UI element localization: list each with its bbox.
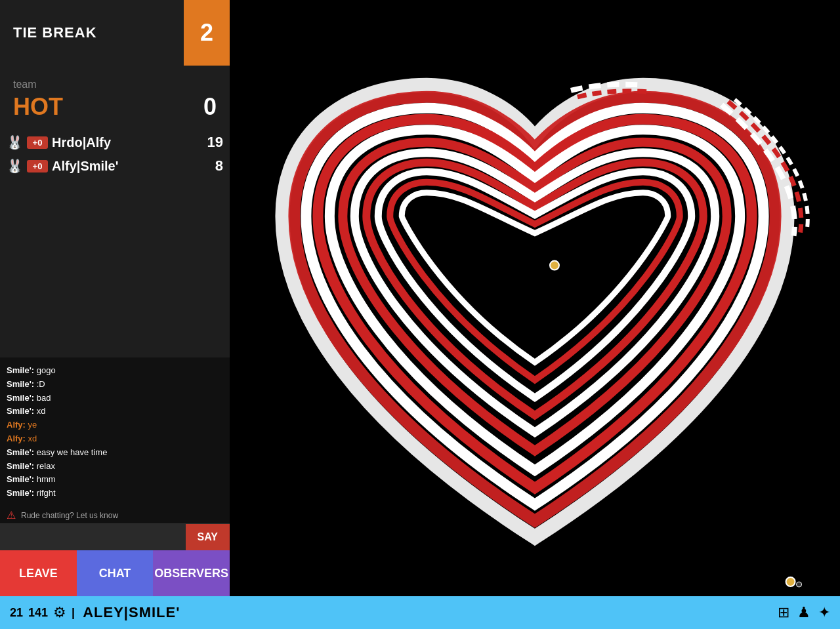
chat-message: Smile': bad — [7, 392, 223, 405]
chat-messages: Smile': gogoSmile': :DSmile': badSmile':… — [7, 364, 223, 504]
player-name-1: Hrdo|Alfy — [52, 135, 193, 150]
say-button[interactable]: SAY — [186, 524, 230, 550]
chat-reporter[interactable]: ⚠ Rude chatting? Let us know — [7, 509, 223, 521]
svg-point-2 — [786, 577, 795, 586]
alert-icon: ⚠ — [7, 509, 16, 521]
status-num2: 141 — [28, 606, 48, 620]
chat-message: Alfy: xd — [7, 432, 223, 446]
chat-message: Alfy: ye — [7, 418, 223, 432]
status-bar: 21 141 ⚙ | ALEY|SMILE' ⊞ ♟ ✦ — [0, 596, 840, 629]
team-score: 0 — [203, 93, 217, 121]
game-area — [230, 0, 840, 596]
chat-message: Smile': rifght — [7, 487, 223, 500]
team-row: HOT 0 — [13, 93, 217, 121]
status-right: ⊞ ♟ ✦ — [778, 604, 830, 621]
player-points-1: 19 — [197, 134, 223, 151]
player-badge-2: +0 — [27, 160, 48, 172]
rabbit-icon-1: 🐰 — [7, 134, 23, 150]
players-section: 🐰 +0 Hrdo|Alfy 19 🐰 +0 Alfy|Smile' 8 — [0, 127, 230, 188]
chat-message: Smile': big corner — [7, 500, 223, 504]
chat-message: Smile': relax — [7, 460, 223, 474]
player-badge-1: +0 — [27, 136, 48, 149]
chat-input-area: SAY — [0, 523, 230, 550]
status-separator: | — [72, 606, 75, 620]
report-text: Rude chatting? Let us know — [21, 511, 118, 520]
chat-input[interactable] — [0, 524, 186, 550]
player-points-2: 8 — [197, 157, 223, 174]
status-num1: 21 — [10, 606, 23, 620]
observers-button[interactable]: OBSERVERS — [153, 550, 230, 596]
player-icon: ♟ — [797, 604, 810, 621]
rabbit-icon-2: 🐰 — [7, 158, 23, 174]
svg-point-3 — [797, 582, 802, 587]
chat-message: Smile': :D — [7, 378, 223, 392]
tie-break-label: TIE BREAK — [13, 24, 97, 41]
status-player-name: ALEY|SMILE' — [83, 604, 180, 621]
player-row-1: 🐰 +0 Hrdo|Alfy 19 — [7, 134, 223, 151]
chat-message: Smile': hmm — [7, 473, 223, 487]
svg-point-1 — [550, 261, 559, 270]
player-row-2: 🐰 +0 Alfy|Smile' 8 — [7, 157, 223, 174]
team-name: HOT — [13, 93, 63, 121]
chat-message: Smile': xd — [7, 405, 223, 418]
player-name-2: Alfy|Smile' — [52, 159, 193, 174]
bottom-buttons: LEAVE CHAT OBSERVERS — [0, 550, 230, 596]
game-canvas — [230, 0, 840, 596]
status-dot-icon: ⚙ — [53, 604, 66, 621]
chat-button[interactable]: CHAT — [77, 550, 154, 596]
round-badge: 2 — [184, 0, 230, 66]
header-bar: TIE BREAK 2 — [0, 0, 230, 66]
leave-button[interactable]: LEAVE — [0, 550, 77, 596]
chat-message: Smile': gogo — [7, 364, 223, 378]
chat-section: Smile': gogoSmile': :DSmile': badSmile':… — [0, 357, 230, 528]
grid-icon: ⊞ — [778, 604, 789, 621]
star-icon: ✦ — [818, 604, 830, 621]
team-section: team HOT 0 — [0, 66, 230, 127]
team-label: team — [13, 79, 217, 91]
chat-message: Smile': easy we have time — [7, 446, 223, 460]
